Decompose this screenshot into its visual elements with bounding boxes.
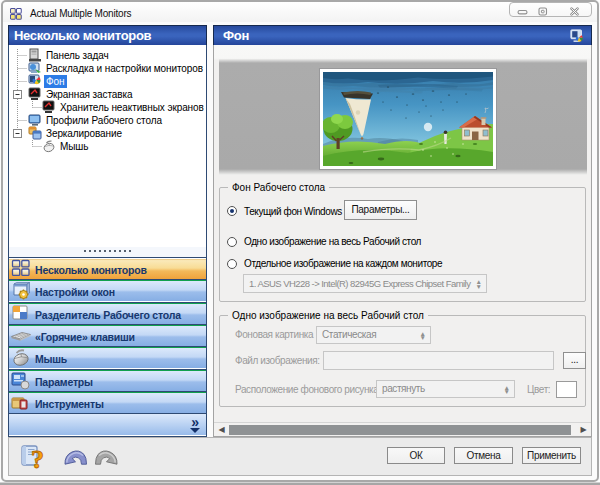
svg-text:?: ? [31,445,44,470]
